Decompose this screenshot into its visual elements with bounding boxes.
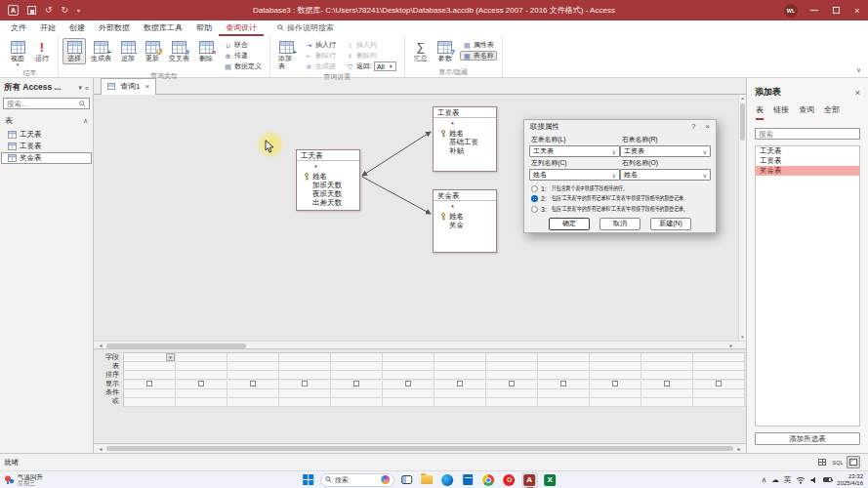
table-field[interactable]: 姓名 [434,129,496,138]
table-field[interactable]: 姓名 [434,212,496,221]
qbe-cell[interactable] [124,371,176,380]
list-item-table-2[interactable]: 工资表 [756,156,859,166]
show-checkbox[interactable] [198,381,204,386]
sql-view-button[interactable]: SQL [831,456,845,468]
qbe-cell[interactable] [227,381,279,389]
table-title[interactable]: 工资表 [434,107,496,118]
music-app-button[interactable] [501,472,517,488]
qbe-cell[interactable] [641,389,693,398]
join-option-2[interactable]: 2: 包括'工天表'中的所有记录和'工资表'中联接字段相等的那些记录。 [529,194,711,205]
qbe-cell[interactable] [641,371,693,380]
table-names-button[interactable]: ▦表名称 [460,51,497,61]
add-tables-button[interactable]: + 添加表 [274,38,299,72]
qbe-cell[interactable] [279,389,331,398]
show-checkbox[interactable] [612,381,618,386]
qbe-cell[interactable] [538,353,590,362]
table-title[interactable]: 奖金表 [434,190,496,201]
volume-icon[interactable] [810,476,818,484]
nav-search-input[interactable] [7,100,77,108]
tab-file[interactable]: 文件 [4,20,33,36]
qbe-cell[interactable] [176,362,227,371]
qbe-cell[interactable] [383,371,434,380]
qbe-cell[interactable] [434,362,486,371]
qbe-column[interactable]: ▾ [124,353,176,407]
qbe-cell[interactable] [383,389,434,398]
tab-links[interactable]: 链接 [773,104,789,120]
view-button[interactable]: 视图 ▾ [6,38,29,68]
qbe-cell[interactable] [590,398,641,407]
close-tab-icon[interactable]: × [145,83,149,91]
nav-collapse-icon[interactable]: « [85,85,89,92]
task-view-button[interactable] [398,472,415,488]
qbe-cell[interactable] [331,353,383,362]
ok-button[interactable]: 确定 [549,218,590,230]
qbe-cell[interactable] [693,389,745,398]
design-view-button[interactable] [847,456,860,468]
qbe-cell[interactable] [331,398,383,407]
qbe-column[interactable] [279,353,331,407]
qbe-cell[interactable] [279,398,331,407]
qbe-cell[interactable] [383,398,434,407]
scroll-down-icon[interactable]: ▼ [740,335,744,340]
qbe-cell[interactable] [227,353,279,362]
show-checkbox[interactable] [664,381,670,386]
qbe-column[interactable] [486,353,538,407]
show-checkbox[interactable] [353,381,359,386]
qbe-cell[interactable] [538,389,590,398]
qbe-cell[interactable] [590,389,641,398]
qbe-cell[interactable] [590,353,641,362]
qbe-cell[interactable] [486,389,538,398]
cloud-icon[interactable]: ☁ [771,476,779,484]
save-icon[interactable] [27,6,36,15]
qbe-cell[interactable] [693,371,745,380]
close-dialog-icon[interactable]: × [705,123,710,131]
qbe-cell[interactable] [176,398,227,407]
append-button[interactable]: → 追加 [116,38,140,64]
qbe-cell[interactable] [693,353,745,362]
add-tables-search-box[interactable] [755,128,860,140]
table-field[interactable]: * [434,120,496,129]
scroll-up-icon[interactable]: ▲ [740,96,744,101]
show-checkbox[interactable] [250,381,256,386]
designer-table-salary[interactable]: 工资表 * 姓名 基础工资 补贴 [433,106,497,172]
qbe-cell[interactable] [124,381,176,389]
qbe-cell[interactable] [641,362,693,371]
field-dropdown-icon[interactable]: ▾ [166,353,175,361]
left-column-select[interactable]: 姓名 ∨ [529,169,620,181]
qbe-cell[interactable] [331,389,383,398]
parameters-button[interactable]: ? 参数 [434,38,457,64]
designer-table-workdays[interactable]: 工天表 * 姓名 加班天数 夜班天数 出差天数 [296,149,360,211]
qbe-cell[interactable] [486,398,538,407]
tell-me-search[interactable]: 操作说明搜索 [277,22,334,36]
show-checkbox[interactable] [509,381,515,386]
qbe-cell[interactable] [538,381,590,389]
store-button[interactable] [460,472,476,488]
tab-external-data[interactable]: 外部数据 [92,20,137,36]
update-button[interactable]: ↺ 更新 [141,38,164,64]
minimize-button[interactable] [804,0,825,20]
totals-button[interactable]: ∑ 汇总 [409,38,433,64]
scroll-right-icon[interactable]: ► [734,444,744,453]
qbe-column[interactable] [331,353,383,407]
qbe-cell[interactable] [331,371,383,380]
join-option-1[interactable]: 1: 只包含两个表中联接字段相等的行。 [529,183,711,194]
left-table-select[interactable]: 工天表 ∨ [529,145,620,157]
help-icon[interactable]: ? [691,123,695,131]
crosstab-button[interactable]: # 交叉表 [165,38,193,64]
show-checkbox[interactable] [146,381,152,386]
qbe-column[interactable] [383,353,434,407]
nav-item-table-2[interactable]: 工资表 [1,141,92,152]
qbe-cell[interactable] [641,353,693,362]
tab-home[interactable]: 开始 [33,20,62,36]
nav-item-table-3[interactable]: 奖金表 [1,152,92,164]
right-table-select[interactable]: 工资表 ∨ [620,145,711,157]
qbe-cell[interactable] [538,371,590,380]
battery-icon[interactable] [823,477,832,482]
qbe-column[interactable] [434,353,486,407]
qbe-cell[interactable] [693,398,745,407]
tab-database-tools[interactable]: 数据库工具 [137,20,189,36]
qbe-cell[interactable] [124,362,176,371]
quick-access-dropdown-icon[interactable]: ▾ [77,8,80,14]
query-document-tab[interactable]: 查询1 × [101,78,156,95]
show-checkbox[interactable] [405,381,411,386]
